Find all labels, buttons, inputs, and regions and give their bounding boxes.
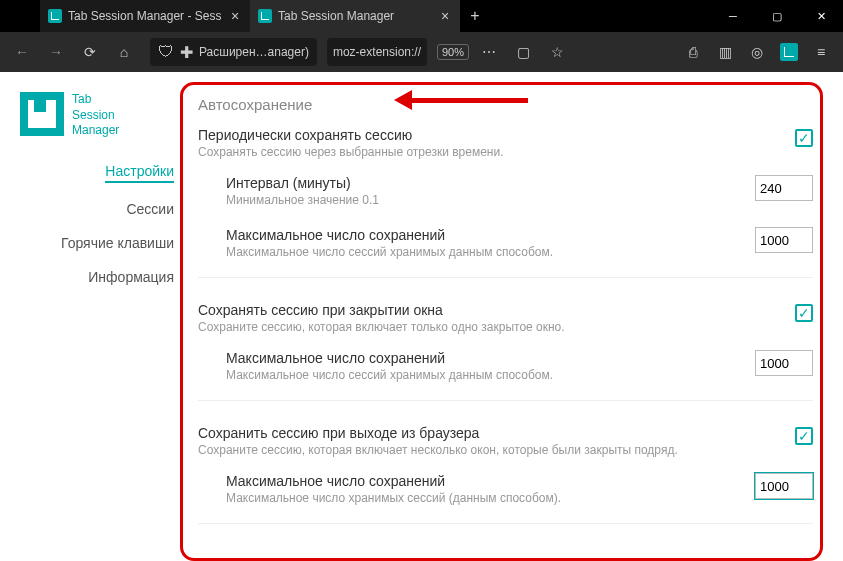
session-save-icon[interactable] [775, 38, 803, 66]
url-bar[interactable]: 🛡 ✚ Расширен…anager) [150, 38, 317, 66]
zoom-level[interactable]: 90% [437, 44, 469, 60]
more-icon[interactable]: ⋯ [475, 38, 503, 66]
setting-desc: Сохраните сессию, которая включает неско… [198, 443, 783, 457]
browser-toolbar: ← → ⟳ ⌂ 🛡 ✚ Расширен…anager) moz-extensi… [0, 32, 843, 72]
window-titlebar: Tab Session Manager - Sess × Tab Session… [0, 0, 843, 32]
page-content: Tab Session Manager Настройки Сессии Гор… [0, 72, 843, 561]
url-scheme-box[interactable]: moz-extension:// [327, 38, 427, 66]
url-scheme: moz-extension:// [333, 45, 421, 59]
menu-icon[interactable]: ≡ [807, 38, 835, 66]
setting-desc: Сохраните сессию, которая включает тольк… [198, 320, 783, 334]
browser-tab-1[interactable]: Tab Session Manager × [250, 0, 460, 32]
app-sidebar: Tab Session Manager Настройки Сессии Гор… [0, 72, 180, 561]
app-name-l2: Session [72, 108, 119, 124]
sidebar-icon[interactable]: ▥ [711, 38, 739, 66]
library-icon[interactable]: ⎙ [679, 38, 707, 66]
setting-title: Сохранять сессию при закрытии окна [198, 302, 783, 318]
max-label: Максимальное число сохранений [226, 473, 743, 489]
maximize-button[interactable]: ▢ [755, 0, 799, 32]
tab-favicon [48, 9, 62, 23]
shield-icon: 🛡 [158, 43, 174, 61]
interval-label: Интервал (минуты) [226, 175, 743, 191]
home-button[interactable]: ⌂ [110, 38, 138, 66]
max-input-onclose[interactable] [755, 350, 813, 376]
account-icon[interactable]: ◎ [743, 38, 771, 66]
setting-onclose: Сохранять сессию при закрытии окна Сохра… [198, 302, 813, 401]
browser-tabs: Tab Session Manager - Sess × Tab Session… [0, 0, 711, 32]
max-input-periodic[interactable] [755, 227, 813, 253]
setting-desc: Сохранять сессию через выбранные отрезки… [198, 145, 783, 159]
nav-settings[interactable]: Настройки [105, 163, 174, 183]
app-name: Tab Session Manager [72, 92, 119, 139]
star-icon[interactable]: ☆ [543, 38, 571, 66]
setting-periodic: Периодически сохранять сессию Сохранять … [198, 127, 813, 278]
interval-input[interactable] [755, 175, 813, 201]
tab-label: Tab Session Manager [278, 9, 432, 23]
max-desc: Максимальное число хранимых сессий (данн… [226, 491, 743, 505]
max-input-onexit[interactable] [755, 473, 813, 499]
setting-onexit: Сохранить сессию при выходе из браузера … [198, 425, 813, 524]
checkbox-onexit[interactable]: ✓ [795, 427, 813, 445]
nav-sessions[interactable]: Сессии [126, 201, 174, 217]
section-title: Автосохранение [198, 96, 813, 113]
extension-icon: ✚ [180, 43, 193, 62]
max-desc: Максимальное число сессий хранимых данны… [226, 368, 743, 382]
checkbox-periodic[interactable]: ✓ [795, 129, 813, 147]
app-name-l1: Tab [72, 92, 119, 108]
app-nav: Настройки Сессии Горячие клавиши Информа… [20, 163, 180, 285]
close-icon[interactable]: × [228, 9, 242, 23]
app-logo-icon [20, 92, 64, 136]
checkbox-onclose[interactable]: ✓ [795, 304, 813, 322]
new-tab-button[interactable]: + [460, 0, 490, 32]
tab-favicon [258, 9, 272, 23]
reader-icon[interactable]: ▢ [509, 38, 537, 66]
nav-info[interactable]: Информация [88, 269, 174, 285]
browser-tab-0[interactable]: Tab Session Manager - Sess × [40, 0, 250, 32]
settings-panel: Автосохранение Периодически сохранять се… [180, 72, 843, 561]
setting-title: Сохранить сессию при выходе из браузера [198, 425, 783, 441]
forward-button: → [42, 38, 70, 66]
app-name-l3: Manager [72, 123, 119, 139]
nav-hotkeys[interactable]: Горячие клавиши [61, 235, 174, 251]
max-label: Максимальное число сохранений [226, 227, 743, 243]
window-controls: ─ ▢ ✕ [711, 0, 843, 32]
max-desc: Максимальное число сессий хранимых данны… [226, 245, 743, 259]
interval-desc: Минимальное значение 0.1 [226, 193, 743, 207]
tab-label: Tab Session Manager - Sess [68, 9, 222, 23]
app-logo-row: Tab Session Manager [20, 92, 180, 139]
url-extension-label: Расширен…anager) [199, 45, 309, 59]
max-label: Максимальное число сохранений [226, 350, 743, 366]
back-button[interactable]: ← [8, 38, 36, 66]
reload-button[interactable]: ⟳ [76, 38, 104, 66]
setting-title: Периодически сохранять сессию [198, 127, 783, 143]
close-button[interactable]: ✕ [799, 0, 843, 32]
minimize-button[interactable]: ─ [711, 0, 755, 32]
close-icon[interactable]: × [438, 9, 452, 23]
toolbar-right: ⎙ ▥ ◎ ≡ [679, 38, 835, 66]
